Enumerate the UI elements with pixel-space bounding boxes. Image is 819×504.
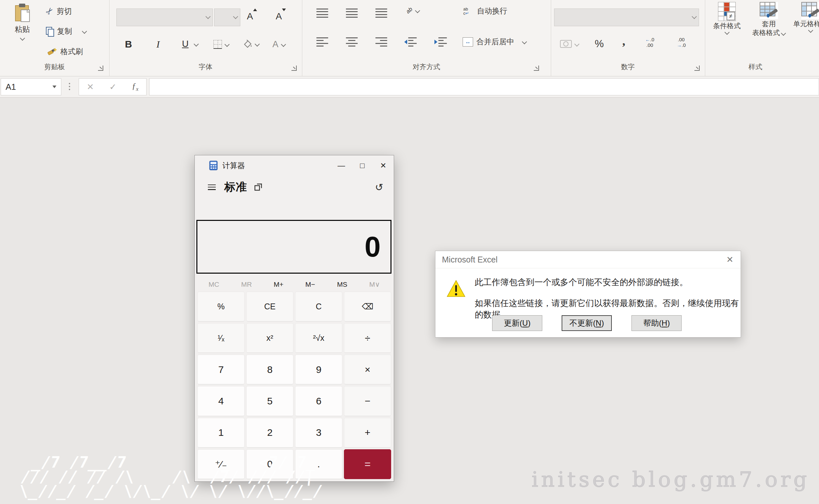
fill-color-button[interactable] (243, 39, 259, 48)
calc-key-square-root[interactable]: ²√x (295, 323, 342, 353)
middle-align-button[interactable] (346, 9, 358, 18)
cancel-icon[interactable]: ✕ (87, 82, 94, 92)
insert-function-icon[interactable]: ƒx (132, 82, 138, 92)
orientation-dropdown-chevron[interactable] (415, 8, 420, 13)
memory-flyout-button[interactable]: M∨ (367, 280, 382, 289)
decrease-indent-button[interactable] (404, 37, 417, 47)
wrap-text-button[interactable]: abc↵ 自动换行 (463, 6, 507, 16)
minimize-button[interactable]: — (331, 155, 352, 176)
calc-key-add[interactable]: + (344, 418, 391, 448)
format-painter-button[interactable]: 格式刷 (47, 47, 83, 57)
percent-style-button[interactable]: % (595, 38, 604, 50)
calculator-nav: 标准 ↺ (195, 176, 394, 199)
underline-dropdown-chevron[interactable] (194, 41, 199, 47)
calc-key-4[interactable]: 4 (197, 386, 244, 416)
accounting-dropdown-chevron[interactable] (575, 41, 580, 47)
name-box-dropdown-icon[interactable] (52, 86, 56, 88)
bold-button[interactable]: B (125, 39, 132, 50)
font-color-dropdown-chevron[interactable] (281, 42, 286, 47)
keep-on-top-icon[interactable] (254, 184, 262, 191)
calc-key-reciprocal[interactable]: ¹⁄ₓ (197, 323, 244, 353)
paste-button[interactable]: 粘贴 (7, 3, 38, 40)
font-size-combobox[interactable] (214, 9, 240, 26)
enter-icon[interactable]: ✓ (109, 82, 116, 92)
calc-key-2[interactable]: 2 (246, 418, 293, 448)
accounting-format-button[interactable] (560, 39, 579, 48)
hamburger-menu-icon[interactable] (208, 184, 216, 190)
calc-key-equals[interactable]: = (344, 449, 391, 479)
formula-input[interactable] (149, 78, 819, 95)
help-button[interactable]: 帮助(H) (632, 315, 682, 331)
memory-add-button[interactable]: M+ (272, 280, 285, 289)
copy-icon (46, 27, 54, 36)
clipboard-dialog-launcher-icon[interactable] (98, 66, 103, 71)
cut-button[interactable]: ✂ 剪切 (46, 6, 72, 16)
calc-key-divide[interactable]: ÷ (344, 323, 391, 353)
calc-keypad: %CEC⌫¹⁄ₓx²²√x÷789×456−123+⁺⁄₋0.= (197, 292, 391, 479)
font-dialog-launcher-icon[interactable] (291, 66, 297, 71)
borders-dropdown-chevron[interactable] (224, 42, 230, 47)
align-left-button[interactable] (316, 37, 328, 47)
calc-key-backspace[interactable]: ⌫ (344, 292, 391, 321)
calc-key-6[interactable]: 6 (295, 386, 342, 416)
comma-style-button[interactable]: , (622, 34, 625, 48)
copy-button[interactable]: 复制 (46, 26, 86, 36)
calc-key-clear-entry[interactable]: CE (246, 292, 293, 321)
dialog-close-icon[interactable]: ✕ (724, 254, 735, 265)
merge-center-button[interactable]: ↔ 合并后居中 (463, 37, 526, 47)
increase-indent-button[interactable] (435, 37, 447, 47)
memory-store-button[interactable]: MS (335, 280, 349, 289)
formula-bar-grip-icon[interactable] (69, 83, 70, 84)
format-painter-label: 格式刷 (60, 47, 83, 57)
calc-key-9[interactable]: 9 (295, 355, 342, 384)
memory-subtract-button[interactable]: M− (303, 280, 317, 289)
calculator-titlebar[interactable]: 计算器 — □ ✕ (195, 155, 394, 176)
format-as-table-button[interactable]: 套用 表格格式 (751, 2, 787, 37)
calc-key-1[interactable]: 1 (197, 418, 244, 448)
close-button[interactable]: ✕ (373, 155, 394, 176)
conditional-formatting-button[interactable]: ≠ 条件格式 (709, 2, 745, 34)
calc-key-percent[interactable]: % (197, 292, 244, 321)
calc-key-5[interactable]: 5 (246, 386, 293, 416)
paste-dropdown-chevron[interactable] (20, 36, 25, 41)
copy-dropdown-chevron[interactable] (82, 29, 87, 34)
cell-styles-chevron[interactable] (808, 28, 813, 33)
underline-button[interactable]: U (182, 39, 198, 49)
update-button[interactable]: 更新(U) (492, 315, 542, 331)
dialog-titlebar[interactable]: Microsoft Excel (436, 251, 741, 268)
orientation-button[interactable]: ab (406, 7, 419, 14)
calc-key-multiply[interactable]: × (344, 355, 391, 384)
increase-decimal-button[interactable]: ←.0 .00 (645, 37, 654, 48)
calc-key-square[interactable]: x² (246, 323, 293, 353)
calc-key-8[interactable]: 8 (246, 355, 293, 384)
bottom-align-button[interactable] (375, 9, 387, 18)
dont-update-button[interactable]: 不更新(N) (562, 315, 612, 331)
fill-color-dropdown-chevron[interactable] (255, 41, 260, 47)
calc-key-clear[interactable]: C (295, 292, 342, 321)
increase-font-size-button[interactable]: A (247, 11, 253, 22)
decrease-decimal-button[interactable]: .00 →.0 (677, 37, 686, 48)
format-as-table-chevron[interactable] (781, 31, 786, 36)
cell-styles-button[interactable]: 单元格样式 (791, 2, 819, 32)
conditional-formatting-chevron[interactable] (724, 30, 730, 35)
history-icon[interactable]: ↺ (375, 182, 383, 193)
merge-center-dropdown-chevron[interactable] (522, 39, 527, 45)
alignment-dialog-launcher-icon[interactable] (534, 66, 539, 71)
memory-recall-button[interactable]: MR (239, 280, 254, 289)
calc-key-subtract[interactable]: − (344, 386, 391, 416)
name-box[interactable]: A1 (1, 78, 61, 95)
align-center-button[interactable] (346, 37, 358, 47)
align-right-button[interactable] (375, 37, 387, 47)
borders-button[interactable] (213, 40, 229, 49)
number-format-combobox[interactable] (554, 9, 699, 26)
italic-button[interactable]: I (156, 39, 160, 50)
calc-key-3[interactable]: 3 (295, 418, 342, 448)
maximize-button[interactable]: □ (352, 155, 373, 176)
decrease-font-size-button[interactable]: A (276, 11, 282, 22)
font-name-combobox[interactable] (116, 9, 213, 26)
memory-clear-button[interactable]: MC (206, 280, 221, 289)
currency-icon (560, 39, 572, 48)
top-align-button[interactable] (316, 9, 328, 18)
calc-key-7[interactable]: 7 (197, 355, 244, 384)
font-color-button[interactable]: A (272, 39, 285, 49)
